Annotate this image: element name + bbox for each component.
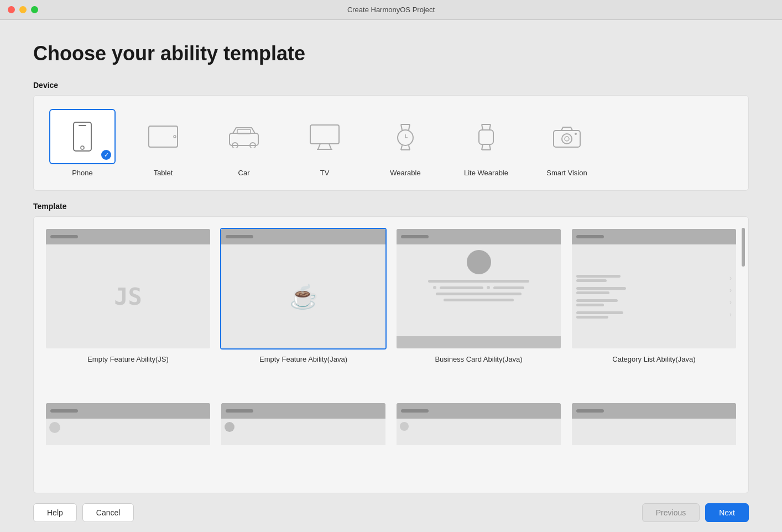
svg-rect-0 <box>74 122 91 151</box>
template-item-row2-3[interactable] <box>395 402 562 452</box>
phone-selected-check: ✓ <box>101 150 111 160</box>
template-item-row2-2[interactable] <box>220 402 387 452</box>
maximize-button[interactable] <box>31 6 38 13</box>
device-label-smart-vision: Smart Vision <box>546 169 587 177</box>
svg-point-30 <box>562 134 572 144</box>
device-grid: ✓ Phone Tablet <box>33 95 749 191</box>
svg-line-14 <box>401 124 402 130</box>
bottom-bar: Help Cancel Previous Next <box>0 493 782 532</box>
template-grid-container: JS Empty Feature Ability(JS) <box>33 216 749 493</box>
template-label-empty-js: Empty Feature Ability(JS) <box>87 355 169 363</box>
device-item-car[interactable]: Car <box>206 105 281 181</box>
template-label-category-java: Category List Ability(Java) <box>612 355 695 363</box>
device-icon-box-wearable <box>372 109 439 164</box>
template-preview-business-java <box>395 228 562 350</box>
device-icon-box-tablet <box>130 109 196 164</box>
cancel-button[interactable]: Cancel <box>82 503 134 522</box>
template-preview-row2-1 <box>45 402 211 446</box>
watch-icon <box>395 122 415 151</box>
template-section-label: Template <box>33 202 749 211</box>
device-item-smart-vision[interactable]: Smart Vision <box>529 105 604 181</box>
window-title: Create HarmonyOS Project <box>347 6 435 14</box>
svg-rect-22 <box>479 130 493 144</box>
svg-line-18 <box>409 145 410 150</box>
device-item-phone[interactable]: ✓ Phone <box>45 105 120 181</box>
previous-button[interactable]: Previous <box>642 503 700 522</box>
page-title: Choose your ability template <box>33 42 749 65</box>
help-button[interactable]: Help <box>33 503 77 522</box>
device-icon-box-smart-vision <box>534 109 600 164</box>
next-button[interactable]: Next <box>705 503 749 522</box>
watch-lite-icon <box>476 122 496 151</box>
template-label-empty-java: Empty Feature Ability(Java) <box>259 355 347 363</box>
bottom-right-buttons: Previous Next <box>642 503 749 522</box>
device-section-label: Device <box>33 81 749 90</box>
svg-rect-3 <box>149 126 178 147</box>
coffee-icon: ☕ <box>289 283 318 310</box>
template-item-empty-java[interactable]: ☕ Empty Feature Ability(Java) <box>220 228 387 393</box>
svg-rect-5 <box>230 133 258 145</box>
window-controls <box>8 6 38 13</box>
camera-icon <box>552 125 581 148</box>
svg-point-31 <box>565 137 569 141</box>
scrollbar-thumb[interactable] <box>742 228 745 267</box>
car-icon <box>227 126 260 148</box>
template-item-business-java[interactable]: Business Card Ability(Java) <box>395 228 562 393</box>
template-item-empty-js[interactable]: JS Empty Feature Ability(JS) <box>45 228 211 393</box>
device-label-tablet: Tablet <box>154 169 173 177</box>
phone-icon <box>72 121 92 152</box>
device-item-tv[interactable]: TV <box>287 105 362 181</box>
svg-point-4 <box>174 135 176 138</box>
close-button[interactable] <box>8 6 15 13</box>
tv-icon <box>308 123 341 150</box>
svg-line-11 <box>329 144 331 149</box>
template-label-business-java: Business Card Ability(Java) <box>435 355 522 363</box>
bottom-left-buttons: Help Cancel <box>33 503 134 522</box>
template-preview-empty-java: ☕ <box>220 228 387 350</box>
device-label-lite-wearable: Lite Wearable <box>464 169 508 177</box>
template-grid: JS Empty Feature Ability(JS) <box>34 217 748 493</box>
device-label-tv: TV <box>320 169 330 177</box>
device-item-lite-wearable[interactable]: Lite Wearable <box>449 105 524 181</box>
device-section: Device ✓ Phone <box>33 81 749 191</box>
svg-line-27 <box>489 144 491 150</box>
device-label-phone: Phone <box>72 169 93 177</box>
device-label-car: Car <box>238 169 250 177</box>
device-item-wearable[interactable]: Wearable <box>368 105 443 181</box>
template-preview-row2-4 <box>571 402 737 446</box>
svg-rect-9 <box>310 125 339 144</box>
svg-line-23 <box>482 124 483 130</box>
template-preview-row2-3 <box>395 402 562 446</box>
device-item-tablet[interactable]: Tablet <box>126 105 201 181</box>
svg-point-32 <box>575 133 577 135</box>
svg-line-15 <box>409 124 410 130</box>
svg-line-26 <box>482 144 483 150</box>
template-preview-row2-2 <box>220 402 387 446</box>
device-icon-box-phone: ✓ <box>49 109 116 164</box>
device-icon-box-tv <box>291 109 358 164</box>
svg-line-24 <box>489 124 491 130</box>
device-icon-box-lite-wearable <box>453 109 519 164</box>
scrollbar-track[interactable] <box>739 217 747 493</box>
device-icon-box-car <box>211 109 277 164</box>
template-section: Template JS Empty <box>33 202 749 493</box>
svg-line-17 <box>401 145 402 150</box>
template-item-row2-1[interactable] <box>45 402 211 452</box>
tablet-icon <box>148 125 179 148</box>
template-item-row2-4[interactable] <box>571 402 737 452</box>
template-preview-category-java: › › <box>571 228 737 350</box>
svg-line-10 <box>318 144 320 149</box>
title-bar: Create HarmonyOS Project <box>0 0 782 20</box>
device-label-wearable: Wearable <box>390 169 420 177</box>
minimize-button[interactable] <box>19 6 27 13</box>
template-preview-empty-js: JS <box>45 228 211 350</box>
main-content: Choose your ability template Device ✓ Ph… <box>0 20 782 493</box>
template-item-category-java[interactable]: › › <box>571 228 737 393</box>
